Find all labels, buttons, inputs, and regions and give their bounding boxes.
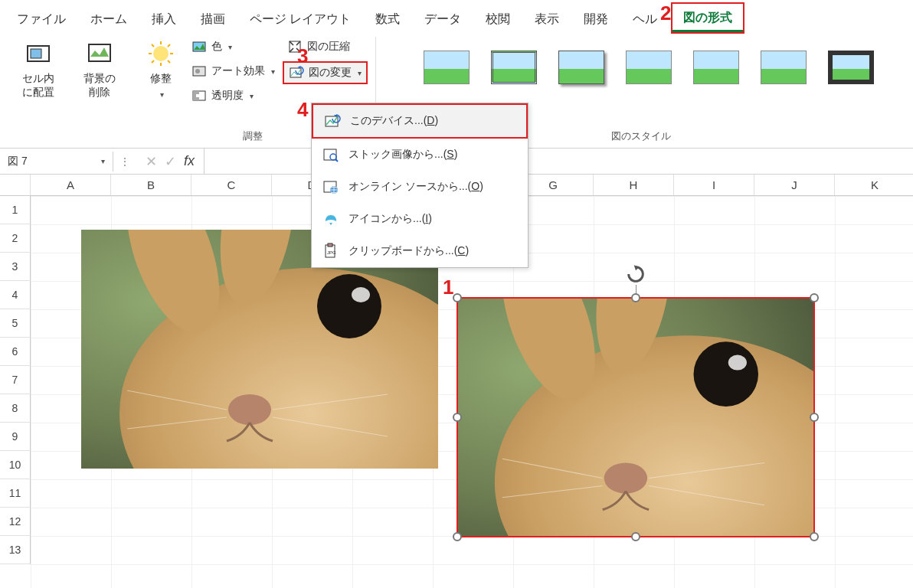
confirm-icon[interactable]: ✓ [165, 153, 176, 170]
col-header[interactable]: C [191, 175, 272, 195]
tab-insert[interactable]: 挿入 [141, 5, 187, 34]
col-header[interactable]: K [835, 175, 913, 195]
style-thumb-5[interactable] [686, 44, 746, 90]
row-header[interactable]: 8 [0, 394, 31, 423]
style-thumb-2[interactable] [484, 44, 544, 90]
tab-file[interactable]: ファイル [6, 5, 77, 34]
transparency-button[interactable]: 透明度 ▾ [187, 86, 280, 106]
compress-button[interactable]: 図の圧縮 [283, 37, 368, 57]
row-header[interactable]: 3 [0, 253, 31, 281]
resize-handle[interactable] [453, 413, 462, 422]
tab-review[interactable]: 校閲 [475, 5, 521, 34]
place-in-cell-label: セル内 に配置 [22, 72, 54, 100]
annotation-4: 4 [297, 98, 308, 122]
name-box-value: 図 7 [8, 155, 28, 168]
tab-bar: ファイル ホーム 挿入 描画 ページ レイアウト 数式 データ 校閲 表示 開発… [0, 0, 913, 34]
col-header[interactable]: I [674, 175, 754, 195]
menu-from-device[interactable]: このデバイス...(D) [312, 103, 528, 139]
tab-view[interactable]: 表示 [524, 5, 570, 34]
remove-background-icon [86, 40, 113, 67]
style-thumb-6[interactable] [754, 44, 813, 90]
change-picture-label: 図の変更 [309, 66, 352, 80]
name-box[interactable]: 図 7 ▾ [0, 152, 113, 172]
formula-input[interactable] [204, 149, 913, 174]
resize-handle[interactable] [453, 532, 462, 541]
row-header[interactable]: 1 [0, 196, 31, 224]
col-header[interactable]: B [111, 175, 191, 195]
menu-from-online[interactable]: オンライン ソースから...(O) [312, 171, 528, 203]
tab-page-layout[interactable]: ページ レイアウト [239, 5, 362, 34]
place-in-cell-icon [25, 40, 52, 67]
cancel-icon[interactable]: ✕ [146, 153, 157, 170]
col-header[interactable]: H [594, 175, 674, 195]
resize-handle[interactable] [631, 532, 640, 541]
change-picture-menu: このデバイス...(D) ストック画像から...(S) オンライン ソースから.… [311, 103, 528, 268]
corrections-icon [147, 40, 175, 67]
chevron-down-icon: ▾ [101, 157, 105, 165]
color-label: 色 [211, 40, 222, 54]
select-all-triangle[interactable] [0, 175, 31, 195]
style-thumb-7[interactable] [821, 44, 881, 90]
menu-from-clipboard-label: クリップボードから...(C) [349, 244, 469, 258]
clipboard-icon: JPG [322, 243, 339, 260]
row-header[interactable]: 2 [0, 224, 31, 253]
resize-handle[interactable] [631, 293, 640, 302]
styles-group-label: 図のスタイル [611, 126, 671, 148]
svg-line-8 [152, 44, 154, 47]
corrections-button[interactable]: 修整 ▾ [138, 37, 184, 102]
tab-picture-format-highlight: 図の形式 [671, 2, 744, 34]
row-header[interactable]: 4 [0, 281, 31, 309]
row-header[interactable]: 12 [0, 508, 31, 536]
corrections-label: 修整 [150, 72, 172, 86]
style-thumb-4[interactable] [619, 44, 679, 90]
tab-data[interactable]: データ [414, 5, 472, 34]
row-header[interactable]: 11 [0, 479, 31, 508]
row-header[interactable]: 6 [0, 338, 31, 366]
svg-line-10 [168, 44, 170, 47]
transparency-label: 透明度 [211, 89, 244, 103]
selection-frame [456, 297, 815, 537]
remove-background-button[interactable]: 背景の 削除 [77, 37, 123, 103]
artistic-button[interactable]: アート効果 ▾ [187, 61, 280, 81]
tab-draw[interactable]: 描画 [190, 5, 236, 34]
menu-from-clipboard[interactable]: JPG クリップボードから...(C) [312, 235, 528, 267]
menu-from-icons[interactable]: アイコンから...(I) [312, 203, 528, 235]
row-header[interactable]: 7 [0, 366, 31, 394]
tab-picture-format[interactable]: 図の形式 [672, 4, 743, 32]
tab-developer[interactable]: 開発 [573, 5, 619, 34]
style-thumb-1[interactable] [417, 44, 476, 90]
picture-styles-gallery [401, 37, 881, 90]
row-header[interactable]: 10 [0, 451, 31, 479]
artistic-label: アート効果 [211, 64, 265, 78]
rotate-handle[interactable] [623, 262, 648, 286]
resize-handle[interactable] [810, 532, 819, 541]
style-thumb-3[interactable] [551, 44, 611, 90]
color-button[interactable]: 色 ▾ [187, 37, 280, 57]
resize-handle[interactable] [810, 293, 819, 302]
menu-from-stock[interactable]: ストック画像から...(S) [312, 139, 528, 171]
place-in-cell-button[interactable]: セル内 に配置 [15, 37, 61, 103]
tab-formulas[interactable]: 数式 [365, 5, 411, 34]
svg-point-37 [228, 394, 271, 425]
row-header[interactable]: 9 [0, 423, 31, 451]
adjust-group-label: 調整 [243, 126, 263, 148]
svg-point-14 [195, 69, 200, 74]
col-header[interactable]: A [31, 175, 111, 195]
resize-handle[interactable] [453, 293, 462, 302]
svg-line-11 [152, 60, 154, 63]
stock-icon [322, 146, 339, 163]
chevron-down-icon: ▾ [250, 92, 254, 100]
row-header[interactable]: 5 [0, 309, 31, 338]
menu-from-stock-label: ストック画像から...(S) [349, 148, 457, 162]
resize-handle[interactable] [810, 413, 819, 422]
svg-rect-29 [328, 243, 332, 247]
svg-point-36 [352, 287, 370, 302]
tab-home[interactable]: ホーム [80, 5, 138, 34]
col-header[interactable]: J [754, 175, 835, 195]
artistic-icon [191, 64, 207, 79]
chevron-down-icon: ▾ [228, 43, 232, 51]
svg-rect-17 [196, 94, 199, 97]
row-header[interactable]: 13 [0, 536, 31, 564]
ribbon-group-remove-bg: 背景の 削除 [69, 37, 130, 148]
row-headers: 1 2 3 4 5 6 7 8 9 10 11 12 13 [0, 196, 31, 564]
